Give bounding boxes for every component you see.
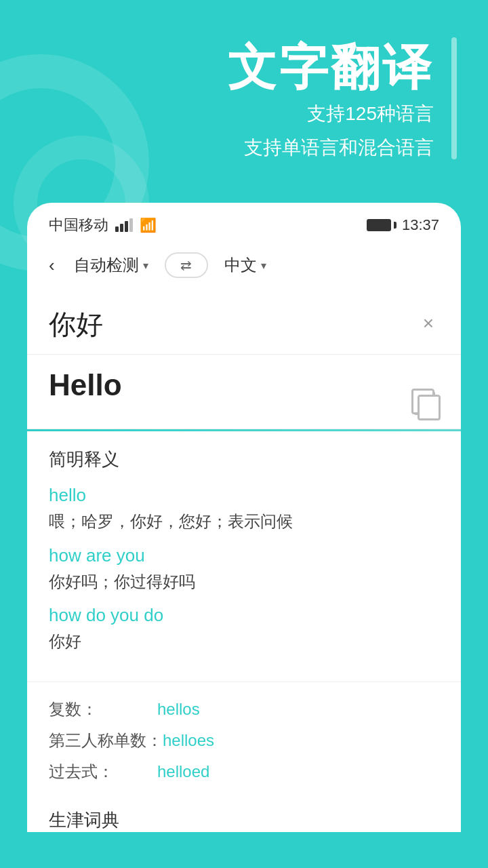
phone-card: 中国移动 📶 13:37 ‹ 自动检测 ▾ ⇄ 中文 ▾ xyxy=(27,203,461,832)
third-label: 第三人称单数： xyxy=(49,730,163,751)
swap-icon: ⇄ xyxy=(180,257,192,273)
source-language-selector[interactable]: 自动检测 ▾ xyxy=(63,249,159,281)
past-value[interactable]: helloed xyxy=(157,762,209,781)
dict-phrase-3[interactable]: how do you do xyxy=(49,605,439,626)
copy-icon xyxy=(413,391,435,415)
status-right: 13:37 xyxy=(367,216,439,234)
copy-button[interactable] xyxy=(409,388,439,418)
dict-phrase-2[interactable]: how are you xyxy=(49,545,439,566)
input-text[interactable]: 你好 xyxy=(49,306,418,343)
sub-title-2: 支持单语言和混合语言 xyxy=(244,134,434,162)
status-bar: 中国移动 📶 13:37 xyxy=(27,203,461,242)
header-area: 文字翻译 支持125种语言 支持单语言和混合语言 xyxy=(0,0,488,189)
dict-entry-2: how are you 你好吗；你过得好吗 xyxy=(49,545,439,593)
time-label: 13:37 xyxy=(402,216,439,234)
main-title: 文字翻译 xyxy=(228,41,434,94)
signal-icon xyxy=(115,218,133,232)
dict-meaning-1: 喂；哈罗，你好，您好；表示问候 xyxy=(49,510,439,533)
target-language-label: 中文 xyxy=(224,254,257,276)
dictionary-title: 简明释义 xyxy=(49,448,439,471)
source-lang-chevron-icon: ▾ xyxy=(143,259,148,272)
swap-language-button[interactable]: ⇄ xyxy=(165,252,208,278)
clear-input-button[interactable]: × xyxy=(418,310,439,337)
form-row-plural: 复数： hellos xyxy=(49,698,439,720)
nav-bar: ‹ 自动检测 ▾ ⇄ 中文 ▾ xyxy=(27,242,461,292)
dict-meaning-2: 你好吗；你过得好吗 xyxy=(49,570,439,593)
more-title: 生津词典 xyxy=(49,808,439,832)
wifi-icon: 📶 xyxy=(140,217,157,233)
target-language-selector[interactable]: 中文 ▾ xyxy=(214,249,277,281)
more-section: 生津词典 xyxy=(27,797,461,832)
result-section: Hello xyxy=(27,355,461,429)
vertical-bar-decoration xyxy=(451,37,457,159)
third-value[interactable]: helloes xyxy=(163,731,214,750)
plural-value[interactable]: hellos xyxy=(157,700,200,719)
form-row-third: 第三人称单数： helloes xyxy=(49,730,439,751)
close-icon: × xyxy=(423,313,434,334)
source-language-label: 自动检测 xyxy=(74,254,139,276)
battery-icon xyxy=(367,219,396,231)
dictionary-section: 简明释义 hello 喂；哈罗，你好，您好；表示问候 how are you 你… xyxy=(27,431,461,682)
form-row-past: 过去式： helloed xyxy=(49,761,439,783)
dict-meaning-3: 你好 xyxy=(49,630,439,653)
status-left: 中国移动 📶 xyxy=(49,215,157,235)
dict-phrase-1[interactable]: hello xyxy=(49,485,439,506)
plural-label: 复数： xyxy=(49,698,157,720)
past-label: 过去式： xyxy=(49,761,157,783)
target-lang-chevron-icon: ▾ xyxy=(261,259,266,272)
dict-entry-3: how do you do 你好 xyxy=(49,605,439,653)
carrier-label: 中国移动 xyxy=(49,215,108,235)
input-section: 你好 × xyxy=(27,292,461,355)
sub-title-1: 支持125种语言 xyxy=(307,100,434,128)
result-text: Hello xyxy=(49,368,409,402)
dict-entry-1: hello 喂；哈罗，你好，您好；表示问候 xyxy=(49,485,439,533)
back-button[interactable]: ‹ xyxy=(46,250,63,281)
forms-section: 复数： hellos 第三人称单数： helloes 过去式： helloed xyxy=(27,682,461,797)
